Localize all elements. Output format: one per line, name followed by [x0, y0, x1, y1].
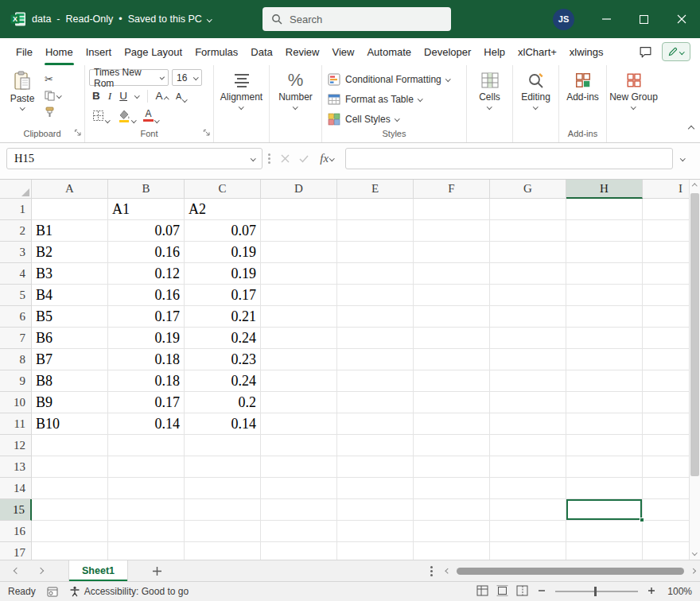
- cell-C14[interactable]: [185, 478, 261, 499]
- cell-G12[interactable]: [490, 435, 566, 456]
- cell-H13[interactable]: [566, 456, 643, 478]
- cell-G8[interactable]: [490, 349, 566, 370]
- cell-H5[interactable]: [566, 285, 643, 306]
- macro-record-button[interactable]: [47, 587, 58, 597]
- row-header-12[interactable]: 12: [0, 435, 32, 456]
- cell-H17[interactable]: [566, 542, 643, 560]
- cell-A4[interactable]: B3: [32, 263, 108, 285]
- cell-G11[interactable]: [490, 413, 566, 435]
- column-header-E[interactable]: E: [337, 180, 414, 199]
- cell-D1[interactable]: [261, 199, 337, 220]
- cell-D6[interactable]: [261, 306, 337, 328]
- bold-button[interactable]: B: [92, 91, 100, 102]
- zoom-level[interactable]: 100%: [665, 586, 692, 597]
- font-color-button[interactable]: A: [143, 110, 159, 122]
- borders-button[interactable]: [92, 110, 110, 122]
- row-header-13[interactable]: 13: [0, 456, 32, 478]
- cell-H6[interactable]: [566, 306, 643, 328]
- cell-A1[interactable]: [32, 199, 108, 220]
- insert-function-button[interactable]: fx: [313, 152, 340, 165]
- tab-xlchart[interactable]: xlChart+: [511, 38, 563, 65]
- cell-H4[interactable]: [566, 263, 643, 285]
- cell-C17[interactable]: [185, 542, 261, 560]
- row-header-10[interactable]: 10: [0, 392, 32, 413]
- addins-button[interactable]: Add-ins: [563, 69, 602, 103]
- cell-C3[interactable]: 0.19: [185, 242, 261, 263]
- cell-D13[interactable]: [261, 456, 337, 478]
- cell-I4[interactable]: [643, 263, 689, 285]
- tab-insert[interactable]: Insert: [80, 38, 119, 65]
- cell-C13[interactable]: [185, 456, 261, 478]
- format-as-table-button[interactable]: Format as Table: [326, 89, 462, 109]
- cell-D8[interactable]: [261, 349, 337, 370]
- cell-D4[interactable]: [261, 263, 337, 285]
- cancel-button[interactable]: [275, 154, 294, 163]
- row-header-7[interactable]: 7: [0, 328, 32, 349]
- row-header-1[interactable]: 1: [0, 199, 32, 220]
- cell-F17[interactable]: [414, 542, 490, 560]
- formula-input[interactable]: [345, 148, 673, 169]
- cell-H8[interactable]: [566, 349, 643, 370]
- cell-A2[interactable]: B1: [32, 220, 108, 242]
- cell-E3[interactable]: [337, 242, 414, 263]
- cell-E1[interactable]: [337, 199, 414, 220]
- sheet-options-button[interactable]: [427, 566, 436, 576]
- cell-H14[interactable]: [566, 478, 643, 499]
- cell-B14[interactable]: [108, 478, 185, 499]
- cell-I1[interactable]: [643, 199, 689, 220]
- cell-D17[interactable]: [261, 542, 337, 560]
- cell-styles-button[interactable]: Cell Styles: [326, 109, 462, 129]
- normal-view-button[interactable]: [476, 585, 488, 599]
- cell-E11[interactable]: [337, 413, 414, 435]
- cell-G3[interactable]: [490, 242, 566, 263]
- fill-handle[interactable]: [640, 518, 644, 522]
- cell-F7[interactable]: [414, 328, 490, 349]
- cell-C4[interactable]: 0.19: [185, 263, 261, 285]
- cell-G4[interactable]: [490, 263, 566, 285]
- cell-H1[interactable]: [566, 199, 643, 220]
- cell-A9[interactable]: B8: [32, 370, 108, 392]
- minimize-button[interactable]: [588, 0, 625, 38]
- tab-developer[interactable]: Developer: [418, 38, 477, 65]
- cell-H3[interactable]: [566, 242, 643, 263]
- cell-F5[interactable]: [414, 285, 490, 306]
- cell-G9[interactable]: [490, 370, 566, 392]
- row-header-17[interactable]: 17: [0, 542, 32, 560]
- tab-formulas[interactable]: Formulas: [189, 38, 244, 65]
- cell-C15[interactable]: [185, 499, 261, 521]
- cell-A13[interactable]: [32, 456, 108, 478]
- cell-G2[interactable]: [490, 220, 566, 242]
- cell-G17[interactable]: [490, 542, 566, 560]
- cell-I7[interactable]: [643, 328, 689, 349]
- cell-G14[interactable]: [490, 478, 566, 499]
- cell-I16[interactable]: [643, 521, 689, 542]
- cell-E10[interactable]: [337, 392, 414, 413]
- cell-B4[interactable]: 0.12: [108, 263, 185, 285]
- search-bar[interactable]: [262, 7, 451, 31]
- cell-E13[interactable]: [337, 456, 414, 478]
- tab-data[interactable]: Data: [244, 38, 278, 65]
- cell-F6[interactable]: [414, 306, 490, 328]
- row-header-3[interactable]: 3: [0, 242, 32, 263]
- row-header-16[interactable]: 16: [0, 521, 32, 542]
- cell-D11[interactable]: [261, 413, 337, 435]
- cell-C16[interactable]: [185, 521, 261, 542]
- cell-H7[interactable]: [566, 328, 643, 349]
- zoom-slider-thumb[interactable]: [594, 587, 597, 596]
- comments-icon[interactable]: [639, 45, 652, 59]
- cell-G1[interactable]: [490, 199, 566, 220]
- row-header-14[interactable]: 14: [0, 478, 32, 499]
- cell-F8[interactable]: [414, 349, 490, 370]
- cell-E12[interactable]: [337, 435, 414, 456]
- cell-B7[interactable]: 0.19: [108, 328, 185, 349]
- cell-C5[interactable]: 0.17: [185, 285, 261, 306]
- tab-home[interactable]: Home: [39, 38, 80, 65]
- cell-D5[interactable]: [261, 285, 337, 306]
- previous-sheet-button[interactable]: [14, 568, 20, 574]
- font-dialog-launcher[interactable]: [203, 127, 211, 139]
- column-header-G[interactable]: G: [490, 180, 566, 199]
- cell-F12[interactable]: [414, 435, 490, 456]
- cell-B16[interactable]: [108, 521, 185, 542]
- cell-H9[interactable]: [566, 370, 643, 392]
- cell-C11[interactable]: 0.14: [185, 413, 261, 435]
